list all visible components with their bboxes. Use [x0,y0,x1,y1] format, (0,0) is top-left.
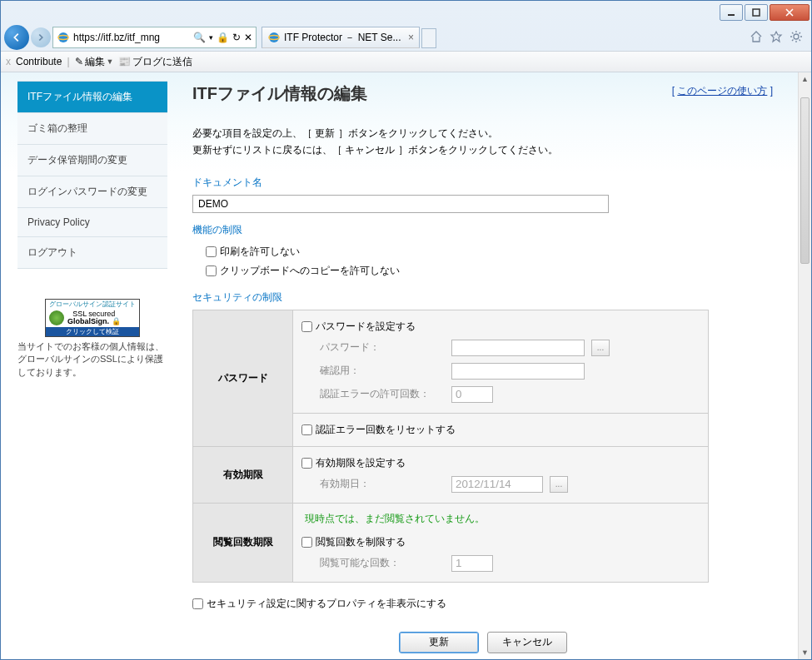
send-blog-menu[interactable]: 📰 ブログに送信 [118,55,192,69]
sidebar-item-password[interactable]: ログインパスワードの変更 [17,176,167,208]
hide-properties-label: セキュリティ設定に関するプロパティを非表示にする [207,597,446,611]
section-label-security: セキュリティの制限 [192,290,773,305]
views-count-label: 閲覧可能な回数： [320,556,445,570]
cancel-button[interactable]: キャンセル [487,632,567,653]
views-count-input[interactable] [451,555,493,572]
reset-auth-error-checkbox[interactable] [301,424,312,435]
password-header: パスワード [193,310,293,446]
browser-tab[interactable]: ITF Protector － NET Se... × [262,27,420,48]
set-password-checkbox[interactable] [301,321,312,332]
toolbar-close-x[interactable]: x [6,56,11,67]
lock-icon: 🔒 [217,32,229,43]
window-titlebar [1,1,811,24]
security-table: パスワード パスワードを設定する パスワード：... 確認用： 認証エラーの許可… [192,310,709,583]
disallow-clipboard-checkbox[interactable] [206,265,217,276]
ssl-note: 当サイトでのお客様の個人情報は、グローバルサインのSSLにより保護しております。 [17,340,167,379]
search-icon[interactable]: 🔍 [193,32,206,43]
contribute-label: Contribute [16,56,62,67]
back-button[interactable] [4,25,29,50]
sidebar-item-trash[interactable]: ゴミ箱の整理 [17,113,167,145]
scrollbar-thumb[interactable] [800,97,810,264]
auth-error-count-label: 認証エラーの許可回数： [320,387,445,401]
dropdown-icon[interactable]: ▾ [209,33,213,42]
tab-strip: ITF Protector － NET Se... × [262,27,436,48]
favorites-icon[interactable] [770,30,783,46]
client-area: ITFファイル情報の編集 ゴミ箱の整理 データ保管期間の変更 ログインパスワード… [1,72,811,659]
close-button[interactable] [770,4,810,21]
help-link[interactable]: このページの使い方 [677,85,767,97]
disallow-print-checkbox[interactable] [206,246,217,257]
ssl-seal-top: グローバルサイン認証サイト [46,300,139,308]
document-name-input[interactable] [192,195,609,213]
edit-menu[interactable]: ✎ 編集 ▼ [75,55,114,69]
vertical-scrollbar[interactable]: ▲ ▼ [798,72,811,659]
password-browse-button[interactable]: ... [591,340,610,356]
hide-properties-checkbox[interactable] [192,598,203,609]
minimize-button[interactable] [720,4,743,21]
limit-views-checkbox[interactable] [301,537,312,548]
page-description: 必要な項目を設定の上、［ 更新 ］ボタンをクリックしてください。 更新せずにリス… [192,125,773,159]
forward-button[interactable] [31,27,51,47]
password-confirm-label: 確認用： [320,364,445,378]
address-bar[interactable]: 🔍 ▾ 🔒 ↻ ✕ [52,27,257,48]
tab-title: ITF Protector － NET Se... [284,31,401,45]
views-status-note: 現時点では、まだ閲覧されていません。 [301,510,700,533]
maximize-button[interactable] [745,4,768,21]
help-link-wrap: [ このページの使い方 ] [672,84,773,98]
password-input[interactable] [451,340,585,356]
password-confirm-input[interactable] [451,363,585,380]
expiry-date-label: 有効期日： [320,477,445,491]
expiry-date-input[interactable] [451,476,543,493]
sidebar: ITFファイル情報の編集 ゴミ箱の整理 データ保管期間の変更 ログインパスワード… [1,72,167,659]
send-icon: 📰 [118,56,131,67]
refresh-icon[interactable]: ↻ [232,32,241,43]
sidebar-item-edit-itf[interactable]: ITFファイル情報の編集 [17,82,167,113]
section-label-function: 機能の制限 [192,223,773,237]
scroll-down-arrow[interactable]: ▼ [799,646,811,659]
ie-icon [57,31,70,44]
sidebar-item-logout[interactable]: ログアウト [17,237,167,269]
auth-error-count-input[interactable] [451,386,493,403]
ssl-seal-box: グローバルサイン認証サイト SSL secured GlobalSign. 🔒 … [17,299,167,379]
chrome-right [750,30,808,46]
home-icon[interactable] [750,30,763,46]
lock-icon: 🔒 [112,317,121,325]
button-row: 更新 キャンセル [192,632,773,653]
sidebar-item-privacy[interactable]: Privacy Policy [17,208,167,237]
chevron-down-icon: ▼ [107,57,114,66]
stop-icon[interactable]: ✕ [244,32,252,43]
disallow-clipboard-label: クリップボードへのコピーを許可しない [220,264,400,278]
tools-icon[interactable] [790,30,803,46]
pencil-icon: ✎ [75,56,83,67]
views-header: 閲覧回数期限 [193,503,293,582]
sidebar-menu: ITFファイル情報の編集 ゴミ箱の整理 データ保管期間の変更 ログインパスワード… [17,81,167,269]
sidebar-item-retention[interactable]: データ保管期間の変更 [17,145,167,176]
expiry-header: 有効期限 [193,446,293,503]
new-tab-button[interactable] [421,28,436,48]
svg-rect-0 [728,14,735,16]
address-bar-row: 🔍 ▾ 🔒 ↻ ✕ ITF Protector － NET Se... × [1,24,811,51]
ie-icon [267,31,281,44]
ssl-seal[interactable]: グローバルサイン認証サイト SSL secured GlobalSign. 🔒 … [45,299,140,337]
contribute-toolbar: x Contribute | ✎ 編集 ▼ 📰 ブログに送信 [1,51,811,72]
update-button[interactable]: 更新 [399,632,479,653]
section-label-document: ドキュメント名 [192,176,773,190]
globalsign-icon [49,310,64,325]
svg-point-6 [794,34,799,39]
url-input[interactable] [73,32,190,43]
tab-close-icon[interactable]: × [408,32,414,43]
browser-window: 🔍 ▾ 🔒 ↻ ✕ ITF Protector － NET Se... × x … [0,0,812,660]
svg-rect-1 [753,9,760,16]
svg-point-2 [58,32,68,42]
svg-point-4 [269,32,279,42]
scroll-up-arrow[interactable]: ▲ [799,72,811,86]
expiry-browse-button[interactable]: ... [550,476,568,493]
set-expiry-checkbox[interactable] [301,458,312,469]
password-label: パスワード： [320,340,445,355]
main-content: [ このページの使い方 ] ITFファイル情報の編集 必要な項目を設定の上、［ … [167,72,798,659]
disallow-print-label: 印刷を許可しない [220,245,300,259]
ssl-seal-bottom: クリックして検証 [46,327,139,336]
